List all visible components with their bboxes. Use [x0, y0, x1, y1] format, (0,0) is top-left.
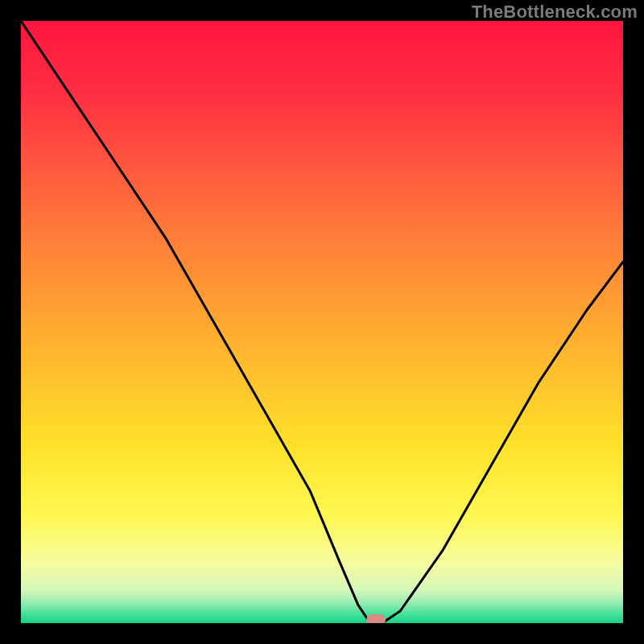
chart-frame: TheBottleneck.com	[0, 0, 644, 644]
watermark-text: TheBottleneck.com	[472, 2, 638, 23]
optimum-marker	[366, 614, 386, 623]
plot-area	[21, 21, 623, 623]
bottleneck-curve	[21, 21, 623, 623]
